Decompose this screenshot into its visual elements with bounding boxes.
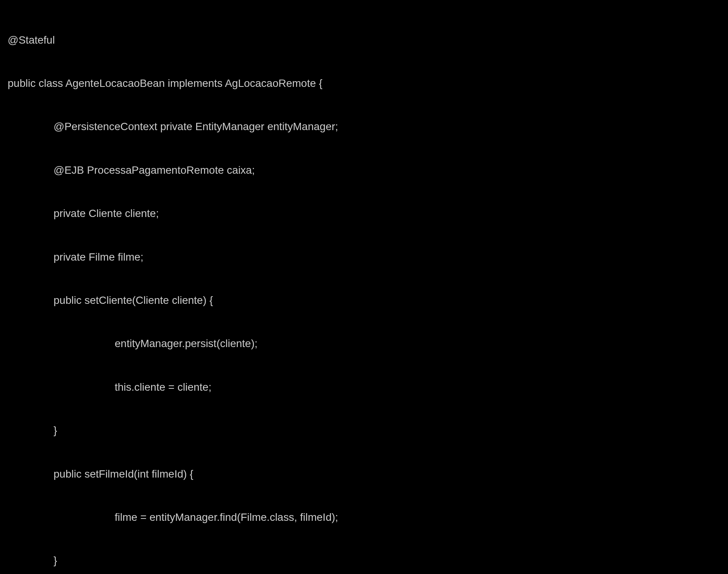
code-line: } [8, 553, 720, 568]
code-block: @Stateful public class AgenteLocacaoBean… [8, 4, 720, 574]
code-line: public class AgenteLocacaoBean implement… [8, 76, 720, 91]
code-line: @EJB ProcessaPagamentoRemote caixa; [8, 163, 720, 178]
code-line: this.cliente = cliente; [8, 380, 720, 395]
code-line: } [8, 423, 720, 438]
code-line: private Cliente cliente; [8, 206, 720, 221]
code-line: @Stateful [8, 33, 720, 47]
code-line: public setFilmeId(int filmeId) { [8, 467, 720, 481]
code-line: entityManager.persist(cliente); [8, 336, 720, 351]
code-line: @PersistenceContext private EntityManage… [8, 119, 720, 134]
code-line: private Filme filme; [8, 250, 720, 264]
code-line: public setCliente(Cliente cliente) { [8, 293, 720, 308]
code-line: filme = entityManager.find(Filme.class, … [8, 510, 720, 525]
